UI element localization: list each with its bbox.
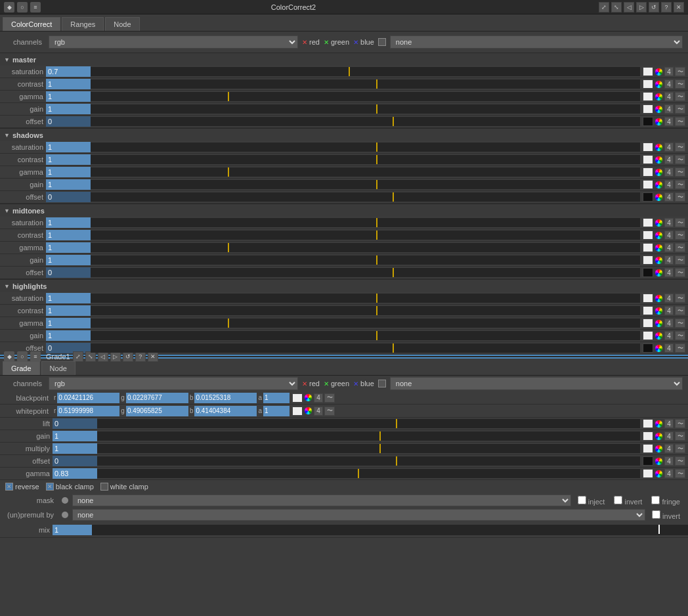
mix-slider[interactable] [92, 525, 688, 535]
master-gam-wave[interactable]: 〜 [675, 92, 685, 101]
help-btn[interactable]: ? [661, 2, 672, 12]
shadows-gam-slider[interactable] [91, 167, 640, 177]
master-sat-white-btn[interactable] [643, 67, 653, 76]
fringe-checkbox[interactable] [651, 496, 660, 504]
go-black[interactable] [643, 456, 653, 466]
hi-off-slider[interactable] [91, 343, 640, 353]
hi-con-num[interactable]: 4 [664, 306, 674, 315]
white-clamp-option[interactable]: white clamp [100, 483, 148, 491]
shad-con-white[interactable] [643, 155, 653, 164]
alpha-checkbox-2[interactable] [378, 380, 386, 387]
hi-gain-slider[interactable] [91, 331, 640, 340]
whitepoint-a[interactable] [263, 406, 290, 416]
section-highlights[interactable]: ▼ highlights [0, 279, 688, 292]
master-con-color[interactable] [655, 80, 663, 89]
master-gam-slider[interactable] [91, 92, 640, 101]
bp-wave[interactable]: 〜 [324, 393, 335, 403]
mid-off-num[interactable]: 4 [664, 268, 674, 277]
hi-gam-white[interactable] [643, 319, 653, 328]
channels-select-1[interactable]: rgb [49, 35, 298, 49]
shadows-off-input[interactable] [46, 192, 91, 202]
mid-off-color[interactable] [655, 269, 663, 277]
master-off-num[interactable]: 4 [664, 117, 674, 126]
pin-btn[interactable]: ✕ [674, 2, 684, 12]
mid-con-slider[interactable] [91, 231, 640, 240]
gm-wave[interactable]: 〜 [675, 444, 685, 453]
hi-gam-wave[interactable]: 〜 [675, 319, 685, 328]
shad-off-black[interactable] [643, 192, 653, 202]
master-con-slider[interactable] [91, 79, 640, 89]
mid-gain-num[interactable]: 4 [664, 255, 674, 265]
lift-color[interactable] [655, 420, 663, 428]
blackpoint-a[interactable] [263, 393, 290, 403]
hi-sat-slider[interactable] [91, 294, 640, 303]
hi-con-color[interactable] [655, 307, 663, 315]
shad-sat-white[interactable] [643, 143, 653, 152]
p2-refresh[interactable]: ↺ [123, 351, 133, 362]
mid-gam-wave[interactable]: 〜 [675, 243, 685, 252]
whitepoint-b[interactable] [194, 406, 257, 416]
shadows-gain-input[interactable] [46, 179, 91, 190]
hi-gain-wave[interactable]: 〜 [675, 331, 685, 340]
hi-off-num[interactable]: 4 [664, 343, 674, 353]
shadows-off-slider[interactable] [91, 192, 640, 202]
bp-color[interactable] [304, 393, 312, 402]
bp-num[interactable]: 4 [314, 393, 323, 403]
invert-checkbox[interactable] [614, 496, 622, 504]
p2-back[interactable]: ◁ [98, 351, 108, 362]
gm-white[interactable] [643, 444, 653, 453]
hi-off-color[interactable] [655, 344, 663, 353]
grade-mul-input[interactable] [53, 443, 97, 454]
shad-gam-white[interactable] [643, 167, 653, 177]
unpremult-select[interactable]: none [72, 509, 645, 521]
shad-gam-num[interactable]: 4 [664, 167, 674, 177]
lift-wave[interactable]: 〜 [675, 419, 685, 428]
master-con-white[interactable] [643, 79, 653, 89]
grade-mul-slider[interactable] [97, 444, 640, 453]
alpha-checkbox-1[interactable] [378, 38, 386, 46]
gagam-color[interactable] [655, 470, 663, 478]
p2-expand[interactable]: ⤢ [73, 351, 83, 362]
mid-gain-white[interactable] [643, 255, 653, 265]
section-midtones[interactable]: ▼ midtones [0, 204, 688, 217]
shad-gain-num[interactable]: 4 [664, 180, 674, 189]
wp-wave[interactable]: 〜 [324, 407, 335, 416]
section-master[interactable]: ▼ master [0, 53, 688, 66]
panel2-min-icon[interactable]: ○ [17, 351, 28, 362]
go-num[interactable]: 4 [664, 456, 674, 466]
mid-gam-num[interactable]: 4 [664, 243, 674, 252]
hi-gam-color[interactable] [655, 319, 663, 328]
hi-off-wave[interactable]: 〜 [675, 343, 685, 353]
mid-con-num[interactable]: 4 [664, 231, 674, 240]
back-btn[interactable]: ◁ [624, 2, 634, 12]
go-wave[interactable]: 〜 [675, 456, 685, 466]
wp-white[interactable] [292, 407, 303, 416]
master-gain-input[interactable] [46, 104, 91, 114]
tab-ranges[interactable]: Ranges [62, 17, 104, 31]
mask-select-grade[interactable]: none [72, 495, 571, 506]
shad-gam-wave[interactable]: 〜 [675, 167, 685, 177]
master-con-wave[interactable]: 〜 [675, 79, 685, 89]
master-gain-slider[interactable] [91, 104, 640, 114]
master-sat-slider[interactable] [91, 67, 640, 76]
inject-checkbox[interactable] [578, 496, 586, 504]
master-con-num[interactable]: 4 [664, 79, 674, 89]
shad-sat-wave[interactable]: 〜 [675, 143, 685, 152]
mid-gam-white[interactable] [643, 243, 653, 252]
bp-white[interactable] [292, 393, 303, 403]
master-sat-num[interactable]: 4 [664, 67, 674, 76]
blue-checkbox-1[interactable]: ✕ blue [353, 38, 374, 46]
hi-gain-white[interactable] [643, 331, 653, 340]
lift-white[interactable] [643, 419, 653, 428]
panel2-node-icon[interactable]: ◆ [4, 351, 14, 362]
shad-off-wave[interactable]: 〜 [675, 192, 685, 202]
shadows-con-slider[interactable] [91, 155, 640, 164]
mid-gam-slider[interactable] [91, 243, 640, 252]
grade-gain-input[interactable] [53, 431, 97, 441]
wp-num[interactable]: 4 [314, 407, 323, 416]
master-off-slider[interactable] [91, 117, 640, 126]
refresh-btn[interactable]: ↺ [649, 2, 659, 12]
hi-sat-wave[interactable]: 〜 [675, 294, 685, 303]
grade-gam-input[interactable] [53, 468, 97, 479]
green-checkbox-1[interactable]: ✕ green [324, 38, 349, 46]
